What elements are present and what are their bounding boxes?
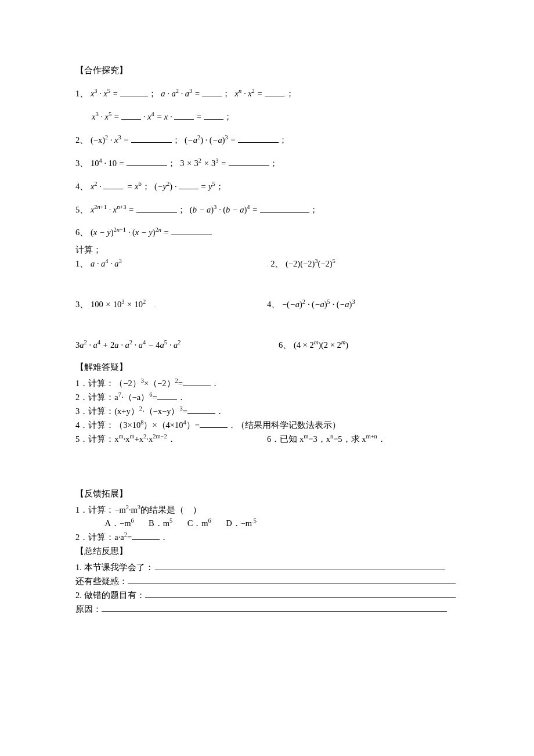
qa-2: 2．计算：a7·（−a）6=． — [75, 391, 459, 405]
blank[interactable] — [183, 377, 211, 386]
summary-1: 1. 本节课我学会了：. — [75, 561, 459, 575]
blank[interactable] — [265, 88, 284, 96]
blank[interactable] — [229, 157, 269, 166]
blank-line[interactable] — [128, 575, 456, 584]
qa-1: 1．计算：（−2）3×（−2）2=． — [75, 377, 459, 391]
blank[interactable] — [171, 227, 212, 236]
blank[interactable] — [127, 157, 167, 166]
blank[interactable] — [179, 181, 199, 189]
problem-5: 5、 x2n+1 · xn+3 = ； (b − a)3 · (b − a)4 … — [75, 203, 459, 217]
blank[interactable] — [120, 88, 148, 96]
blank-line[interactable] — [145, 589, 456, 598]
calc-row-1: 1、 a · a4 · a3 . 2、 (−2)(−2)3(−2)5 — [75, 257, 459, 275]
summary-2: 还有些疑惑： — [75, 575, 459, 589]
calc-4: 4、 −(−a)2 · (−a)5 · (−a)3 — [267, 298, 459, 312]
blank[interactable] — [260, 204, 309, 213]
calc-row-3: 3a2 · a4 + 2a · a2 · a4 − 4a5 · a2 6、 (4… — [75, 339, 459, 356]
blank[interactable] — [157, 391, 177, 400]
qa-3: 3．计算：(x+y）2·（−x−y）3=． — [75, 405, 459, 419]
problem-4: 4、 x2 · . = x6； (−y2) · = y5； — [75, 180, 459, 194]
qa-6: 6．已知 xm=3，xn=5，求 xm+n． — [267, 433, 459, 447]
option-B[interactable]: B．m5 — [149, 519, 172, 528]
num: 2、 — [75, 135, 88, 145]
num: 1、 — [75, 89, 88, 98]
blank[interactable] — [174, 111, 194, 120]
fb-1-options: .A．−m6 B．m5 C．m6 D．−m.5 — [75, 517, 459, 531]
fb-2: 2．计算：a·a2=． — [75, 531, 459, 545]
worksheet-page: 【合作探究】 1、 x3 · x5 = ； a · a2 · a3 = ； xn… — [0, 0, 534, 756]
fb-1: 1．计算：−m2·m3的结果是（ ） — [75, 503, 459, 517]
blank[interactable] — [131, 134, 172, 143]
blank[interactable] — [103, 181, 123, 189]
calc-row-2: 3、 100 × 103 × 102 . 4、 −(−a)2 · (−a)5 ·… — [75, 298, 459, 315]
problem-6: 6、 (x − y)2n−1 · (x − y)2n = — [75, 226, 459, 240]
problem-1-line1: 1、 x3 · x5 = ； a · a2 · a3 = ； xn · x2 =… — [75, 87, 459, 101]
calc-1: 1、 a · a4 · a3 — [75, 257, 267, 271]
section-collab-heading: 【合作探究】 — [75, 64, 459, 78]
section-feedback-heading: 【反馈拓展】 — [75, 487, 459, 501]
calc-6: 6、 (4 × 2m)(2 × 2m) — [279, 339, 459, 352]
calc-5: 3a2 · a4 + 2a · a2 · a4 − 4a5 · a2 — [75, 339, 279, 352]
problem-2: 2、 (−x)2 · x3 = ； (−a2) · (−a)3 = ； — [75, 134, 459, 147]
calc-heading: 计算； — [75, 243, 459, 257]
num: 6、 — [75, 228, 88, 237]
problem-1-line2: x3 · x5 = · x4 = x · = ； — [75, 110, 459, 124]
option-D[interactable]: D．−m.5 — [226, 519, 257, 528]
calc-2: . 2、 (−2)(−2)3(−2)5 — [267, 257, 459, 271]
blank-line[interactable] — [155, 561, 445, 570]
blank[interactable] — [132, 532, 160, 541]
section-summary-heading: 【总结反思】 — [75, 545, 459, 559]
blank[interactable] — [187, 405, 215, 414]
blank[interactable] — [238, 134, 279, 143]
calc-3: 3、 100 × 103 × 102 . — [75, 298, 267, 312]
blank[interactable] — [204, 111, 223, 120]
num: 4、 — [75, 182, 88, 191]
blank[interactable] — [121, 111, 141, 120]
qa-row-56: 5．计算：xm·xm+x2·x2m−2． 6．已知 xm=3，xn=5，求 xm… — [75, 433, 459, 447]
option-A[interactable]: .A．−m6 — [103, 519, 134, 528]
problem-3: 3、 104 · 10 = ； 3 × 32 × 33 = ； — [75, 157, 459, 171]
num: 5、 — [75, 205, 88, 214]
qa-5: 5．计算：xm·xm+x2·x2m−2． — [75, 433, 267, 447]
section-qa-heading: 【解难答疑】 — [75, 361, 459, 375]
summary-4: 原因： — [75, 603, 459, 617]
blank[interactable] — [136, 204, 177, 213]
blank-line[interactable] — [102, 603, 447, 612]
summary-3: 2. 做错的题目有： — [75, 589, 459, 603]
option-C[interactable]: C．m6 — [187, 519, 211, 528]
blank[interactable] — [202, 88, 222, 96]
blank[interactable] — [200, 419, 228, 428]
qa-4: 4．计算：（3×108）×（4×104）=．（结果用科学记数法表示） — [75, 419, 459, 433]
num: 3、 — [75, 159, 88, 168]
